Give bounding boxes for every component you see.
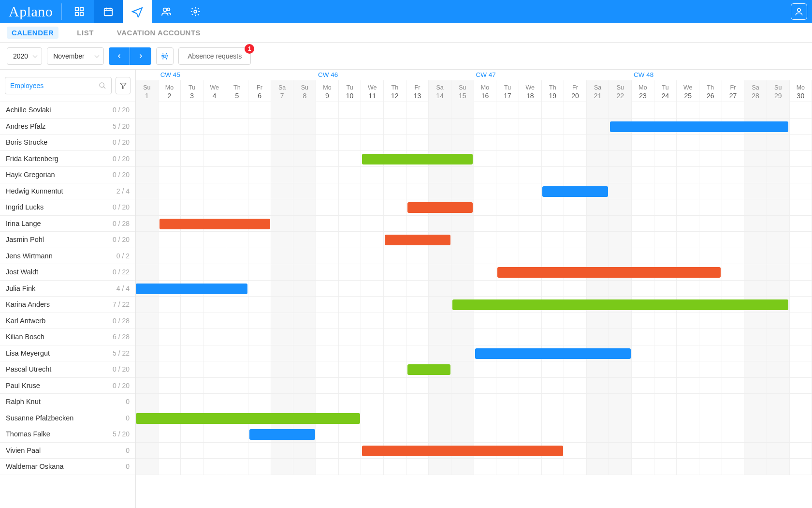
employee-row[interactable]: Ralph Knut0	[0, 394, 135, 410]
calendar-row[interactable]	[136, 248, 812, 265]
absence-requests-badge: 1	[245, 44, 254, 54]
calendar-row[interactable]	[136, 216, 812, 232]
employee-row[interactable]: Jasmin Pohl0 / 20	[0, 232, 135, 248]
day-header: Su1	[136, 80, 159, 102]
absence-bar[interactable]	[407, 364, 450, 375]
calendar-row[interactable]	[136, 329, 812, 345]
day-header: Su8	[293, 80, 316, 102]
employee-name: Pascal Utrecht	[6, 365, 113, 373]
absence-bar[interactable]	[542, 186, 608, 197]
nav-users[interactable]	[152, 0, 181, 23]
calendar-row[interactable]	[136, 394, 812, 410]
employee-row[interactable]: Boris Strucke0 / 20	[0, 134, 135, 151]
calendar-row[interactable]	[136, 134, 812, 151]
subtab-1[interactable]: LIST	[72, 27, 99, 39]
absence-requests-button[interactable]: Absence requests 1	[178, 47, 251, 65]
employee-row[interactable]: Julia Fink4 / 4	[0, 281, 135, 297]
month-select[interactable]: November	[47, 47, 104, 65]
absence-bar[interactable]	[610, 121, 788, 132]
calendar-row[interactable]	[136, 459, 812, 475]
main: Achille Sovlaki0 / 20Andres Pfalz5 / 20B…	[0, 70, 812, 508]
employee-row[interactable]: Susanne Pfalzbecken0	[0, 410, 135, 427]
employee-row[interactable]: Irina Lange0 / 28	[0, 216, 135, 232]
calendar-row[interactable]	[136, 426, 812, 443]
employee-row[interactable]: Vivien Paal0	[0, 443, 135, 459]
day-header: Sa14	[429, 80, 451, 102]
employee-name: Kilian Bosch	[6, 333, 113, 341]
absence-bar[interactable]	[407, 202, 473, 213]
employee-row[interactable]: Karl Antwerb0 / 28	[0, 313, 135, 329]
calendar-row[interactable]	[136, 151, 812, 167]
absence-bar[interactable]	[362, 446, 563, 456]
calendar-row[interactable]	[136, 183, 812, 200]
absence-bar[interactable]	[452, 299, 789, 310]
absence-bar[interactable]	[385, 235, 450, 245]
calendar-row[interactable]	[136, 378, 812, 394]
date-nav	[109, 47, 151, 65]
next-button[interactable]	[130, 47, 151, 65]
nav-dashboard[interactable]	[65, 0, 94, 23]
user-menu-button[interactable]	[791, 3, 807, 20]
absence-bar[interactable]	[362, 154, 473, 164]
calendar-row[interactable]	[136, 410, 812, 427]
absence-bar[interactable]	[136, 413, 360, 424]
calendar-row[interactable]	[136, 361, 812, 378]
employee-row[interactable]: Paul Kruse0 / 20	[0, 378, 135, 394]
employee-search-input[interactable]	[10, 82, 95, 90]
day-header: Mo30	[790, 80, 812, 102]
calendar-row[interactable]	[136, 102, 812, 119]
calendar-row[interactable]	[136, 119, 812, 135]
employee-row[interactable]: Hayk Gregorian0 / 20	[0, 167, 135, 183]
absence-bar[interactable]	[136, 284, 247, 294]
toolbar: 2020 November Absence requests 1	[0, 43, 812, 70]
employee-row[interactable]: Ingrid Lucks0 / 20	[0, 199, 135, 216]
employee-count: 4 / 4	[116, 284, 130, 292]
employee-row[interactable]: Frida Kartenberg0 / 20	[0, 151, 135, 167]
employee-count: 0 / 22	[113, 268, 130, 276]
employee-row[interactable]: Hedwig Kunnentut2 / 4	[0, 183, 135, 200]
employee-row[interactable]: Pascal Utrecht0 / 20	[0, 361, 135, 378]
employee-count: 0 / 28	[113, 317, 130, 325]
calendar-row[interactable]	[136, 313, 812, 329]
employee-count: 5 / 22	[113, 349, 130, 357]
nav-settings[interactable]	[181, 0, 210, 23]
day-header: Tu24	[654, 80, 677, 102]
employee-row[interactable]: Waldemar Oskana0	[0, 459, 135, 475]
subtab-2[interactable]: VACATION ACCOUNTS	[112, 27, 205, 39]
employee-count: 0 / 20	[113, 155, 130, 163]
year-select[interactable]: 2020	[7, 47, 42, 65]
absence-bar[interactable]	[497, 267, 721, 278]
employee-row[interactable]: Lisa Meyergut5 / 22	[0, 345, 135, 362]
nav-absence[interactable]	[123, 0, 152, 23]
day-header: Sa21	[587, 80, 609, 102]
absence-bar[interactable]	[160, 219, 270, 229]
absence-bar[interactable]	[475, 348, 631, 359]
calendar-row[interactable]	[136, 297, 812, 313]
today-button[interactable]	[156, 47, 174, 65]
employee-row[interactable]: Kilian Bosch6 / 28	[0, 329, 135, 345]
calendar-row[interactable]	[136, 443, 812, 459]
calendar-row[interactable]	[136, 167, 812, 183]
calendar-row[interactable]	[136, 264, 812, 281]
calendar-row[interactable]	[136, 199, 812, 216]
employee-row[interactable]: Achille Sovlaki0 / 20	[0, 102, 135, 119]
employee-count: 0 / 20	[113, 106, 130, 114]
filter-button[interactable]	[116, 77, 130, 94]
employee-count: 2 / 4	[116, 187, 130, 195]
calendar-row[interactable]	[136, 232, 812, 248]
employee-row[interactable]: Jens Wirtmann0 / 2	[0, 248, 135, 265]
nav-calendar[interactable]	[94, 0, 123, 23]
employee-search[interactable]	[5, 77, 112, 94]
employee-row[interactable]: Jost Waldt0 / 22	[0, 264, 135, 281]
employee-row[interactable]: Andres Pfalz5 / 20	[0, 119, 135, 135]
employee-name: Karina Anders	[6, 300, 113, 308]
calendar-row[interactable]	[136, 281, 812, 297]
week-label: CW 46	[316, 71, 338, 78]
absence-bar[interactable]	[249, 429, 315, 440]
calendar-row[interactable]	[136, 345, 812, 362]
subtab-0[interactable]: CALENDER	[7, 27, 58, 39]
day-header: Su22	[609, 80, 632, 102]
employee-row[interactable]: Thomas Falke5 / 20	[0, 426, 135, 443]
employee-row[interactable]: Karina Anders7 / 22	[0, 297, 135, 313]
prev-button[interactable]	[109, 47, 130, 65]
